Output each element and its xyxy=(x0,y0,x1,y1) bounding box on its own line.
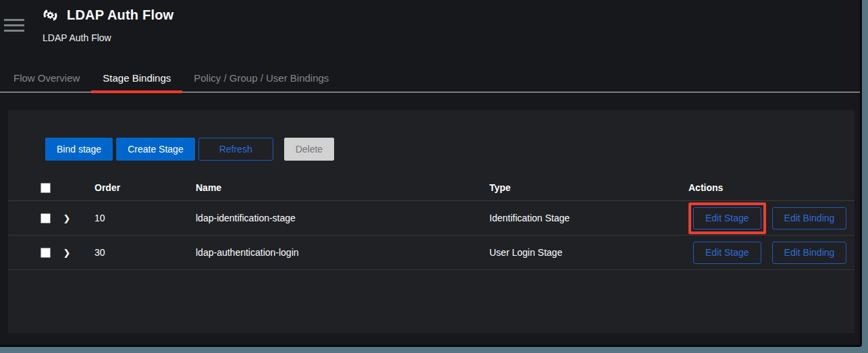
tab-stage-bindings[interactable]: Stage Bindings xyxy=(91,65,182,92)
edit-binding-button[interactable]: Edit Binding xyxy=(772,207,847,229)
tab-flow-overview[interactable]: Flow Overview xyxy=(2,65,91,92)
edit-stage-button[interactable]: Edit Stage xyxy=(693,242,761,264)
column-header-order: Order xyxy=(82,182,184,193)
cell-type: Identification Stage xyxy=(477,213,676,223)
cell-order: 10 xyxy=(82,213,184,223)
stage-bindings-card: Bind stage Create Stage Refresh Delete ❯… xyxy=(8,110,855,333)
table-row: ❯ 30 ldap-authentication-login User Logi… xyxy=(8,236,855,270)
column-header-type: Type xyxy=(477,182,676,193)
page-subtitle: LDAP Auth Flow xyxy=(43,32,173,43)
stage-bindings-table: ❯ Order Name Type Actions ❯ 10 ldap-iden… xyxy=(8,175,855,270)
red-annotation-highlight: Edit Stage xyxy=(688,202,766,234)
toolbar: Bind stage Create Stage Refresh Delete xyxy=(8,110,855,161)
select-all-checkbox[interactable] xyxy=(40,183,51,193)
column-header-actions: Actions xyxy=(676,182,855,193)
row-checkbox[interactable] xyxy=(40,213,51,223)
cell-type: User Login Stage xyxy=(477,247,676,258)
header-title-block: LDAP Auth Flow LDAP Auth Flow xyxy=(41,6,173,43)
delete-button[interactable]: Delete xyxy=(284,138,334,161)
refresh-button[interactable]: Refresh xyxy=(198,138,273,161)
tab-bar: Flow Overview Stage Bindings Policy / Gr… xyxy=(0,65,860,92)
table-header-row: ❯ Order Name Type Actions xyxy=(8,175,855,201)
content-area: Bind stage Create Stage Refresh Delete ❯… xyxy=(0,92,860,333)
chevron-right-icon[interactable]: ❯ xyxy=(63,248,71,257)
chevron-right-icon[interactable]: ❯ xyxy=(63,214,71,223)
masthead: LDAP Auth Flow LDAP Auth Flow xyxy=(0,0,860,65)
flow-gear-icon xyxy=(41,6,59,24)
edit-binding-button[interactable]: Edit Binding xyxy=(772,242,847,264)
create-stage-button[interactable]: Create Stage xyxy=(116,138,195,161)
table-row: ❯ 10 ldap-identification-stage Identific… xyxy=(8,201,855,236)
tab-policy-group-user-bindings[interactable]: Policy / Group / User Bindings xyxy=(182,65,340,92)
cell-name: ldap-identification-stage xyxy=(184,213,477,223)
cell-order: 30 xyxy=(82,247,184,258)
app-window: LDAP Auth Flow LDAP Auth Flow Flow Overv… xyxy=(0,0,862,347)
page-title: LDAP Auth Flow xyxy=(67,7,173,23)
cell-name: ldap-authentication-login xyxy=(184,247,477,258)
edit-stage-button[interactable]: Edit Stage xyxy=(693,207,761,229)
bind-stage-button[interactable]: Bind stage xyxy=(45,138,113,161)
column-header-name: Name xyxy=(184,182,477,193)
row-checkbox[interactable] xyxy=(40,248,51,258)
menu-toggle-icon[interactable] xyxy=(4,19,24,35)
